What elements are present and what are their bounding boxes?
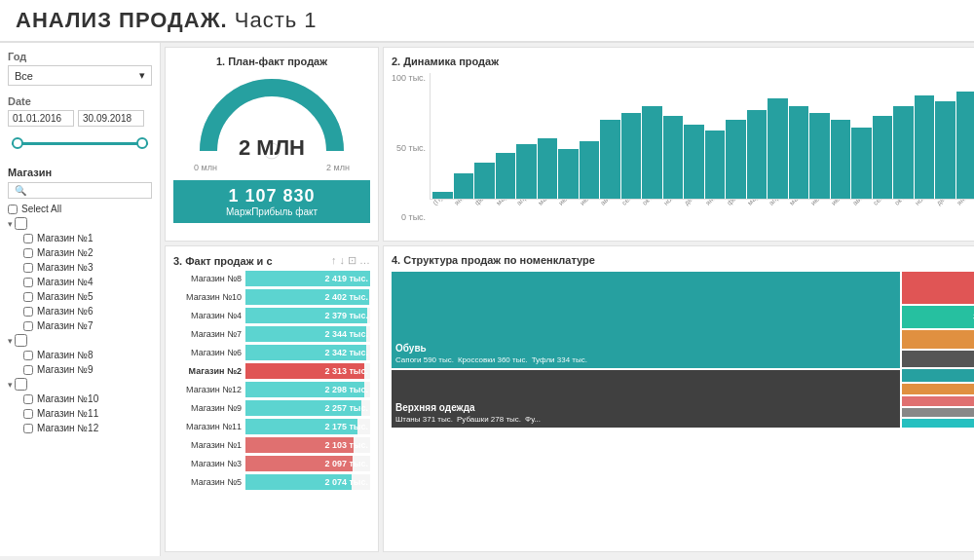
year-select[interactable]: Все ▾ [8, 65, 152, 86]
bar [621, 113, 642, 199]
y-label-50: 50 тыс. [396, 143, 426, 153]
table-row: Магазин №42 379 тыс. [173, 308, 370, 323]
table-row-value: 2 175 тыс. [324, 422, 368, 431]
shop-group-header[interactable]: ▾ [8, 378, 152, 391]
shop-checkbox[interactable] [23, 351, 33, 360]
group-checkbox[interactable] [15, 334, 27, 347]
shop-filter: Магазин Select All ▾Магазин №1Магазин №2… [8, 167, 152, 434]
bar [580, 141, 600, 199]
fact-table-icons: ↑ ↓ ⊡ … [331, 254, 370, 267]
list-item[interactable]: Магазин №7 [8, 319, 152, 332]
sidebar: Год Все ▾ Date Магазин [0, 43, 161, 556]
treemap-col-1: Обувь Сапоги 590 тыс. Кроссовки 360 тыс.… [392, 272, 900, 428]
list-item[interactable]: Магазин №12 [8, 422, 152, 434]
table-row-value: 2 344 тыс. [324, 329, 368, 339]
shop-checkbox[interactable] [23, 263, 33, 273]
table-row: Магазин №22 313 тыс. [173, 363, 370, 379]
list-item[interactable]: Магазин №6 [8, 305, 152, 317]
shop-label: Магазин №2 [37, 247, 94, 258]
table-row: Магазин №32 097 тыс. [173, 456, 370, 471]
gauge-value: 2 МЛН [239, 135, 305, 161]
treemap-golov: Голов... [902, 351, 975, 366]
table-row-label: Магазин №11 [173, 422, 242, 431]
slider-fill [12, 142, 148, 145]
select-all-label: Select All [21, 204, 61, 214]
list-item[interactable]: Магазин №5 [8, 290, 152, 303]
list-item[interactable]: Магазин №1 [8, 232, 152, 244]
shop-checkbox[interactable] [23, 321, 33, 331]
shop-checkbox[interactable] [23, 307, 33, 317]
list-item[interactable]: Магазин №11 [8, 407, 152, 420]
bar [915, 95, 935, 199]
list-item[interactable]: Магазин №10 [8, 392, 152, 405]
bar [684, 125, 704, 199]
treemap-verhnyaya: Верхняя одежда Штаны 371 тыс. Рубашки 27… [392, 370, 900, 428]
shop-label: Магазин №10 [37, 393, 98, 404]
shop-label: Магазин №5 [37, 291, 94, 302]
shop-search-input[interactable] [8, 182, 152, 199]
bar [831, 120, 851, 199]
shop-checkbox[interactable] [23, 292, 33, 302]
more-icon[interactable]: … [359, 254, 370, 267]
bar [809, 113, 830, 199]
shop-group-header[interactable]: ▾ [8, 217, 152, 230]
table-row-value: 2 313 тыс. [324, 366, 368, 376]
bar [789, 106, 809, 199]
shop-checkbox[interactable] [23, 424, 33, 433]
shop-checkbox[interactable] [23, 409, 33, 419]
date-from-input[interactable] [8, 110, 74, 127]
bar [454, 173, 474, 199]
slider-thumb-right[interactable] [136, 137, 148, 149]
shop-checkbox[interactable] [23, 248, 33, 258]
bar [726, 120, 746, 199]
shop-checkbox[interactable] [23, 394, 33, 404]
shop-label: Магазин №7 [37, 320, 94, 331]
table-row-value: 2 074 тыс. [324, 477, 368, 487]
slider-thumb-left[interactable] [12, 137, 23, 149]
table-row-value: 2 257 тыс. [324, 403, 368, 413]
bar [768, 98, 788, 199]
select-all-item[interactable]: Select All [8, 203, 152, 215]
list-item[interactable]: Магазин №9 [8, 363, 152, 376]
table-bar-container: 2 074 тыс. [245, 474, 370, 490]
shop-checkbox[interactable] [23, 365, 33, 375]
table-row-label: Магазин №6 [173, 348, 242, 357]
gauge-max-label: 2 млн [326, 163, 350, 172]
fact-table-rows: Магазин №82 419 тыс.Магазин №102 402 тыс… [173, 271, 370, 490]
group-checkbox[interactable] [15, 378, 27, 391]
shop-group-header[interactable]: ▾ [8, 334, 152, 347]
table-row: Магазин №52 074 тыс. [173, 474, 370, 490]
treemap-mayki: Майки [902, 419, 975, 428]
table-row-value: 2 379 тыс. [324, 311, 368, 320]
sort-asc-icon[interactable]: ↑ [331, 254, 337, 267]
table-row-value: 2 103 тыс. [324, 440, 368, 450]
shop-label: Магазин №6 [37, 306, 94, 317]
group-checkbox[interactable] [15, 217, 27, 230]
treemap-remen: Ремён... [902, 330, 975, 350]
gauge-summary-label: МаржПрибыль факт [179, 206, 364, 217]
date-label: Date [8, 95, 152, 107]
filter-icon[interactable]: ⊡ [348, 254, 356, 267]
bars-wrapper: (Пусто)янв'16фев'16мар'16апр'16май'16июн… [430, 73, 974, 224]
treemap-obuv-sublabels: Сапоги 590 тыс. Кроссовки 360 тыс. Туфли… [395, 355, 896, 364]
select-all-checkbox[interactable] [8, 205, 18, 214]
list-item[interactable]: Магазин №4 [8, 276, 152, 288]
treemap-akses: Аксес... [902, 272, 975, 304]
date-slider[interactable] [8, 131, 152, 157]
gauge-title: 1. План-факт продаж [216, 56, 327, 67]
shop-checkbox[interactable] [23, 278, 33, 287]
fact-table-title: 3. Факт продаж и с [173, 255, 273, 267]
sort-desc-icon[interactable]: ↓ [340, 254, 346, 267]
list-item[interactable]: Магазин №2 [8, 246, 152, 259]
shop-checkbox[interactable] [23, 234, 33, 243]
table-row-label: Магазин №8 [173, 274, 242, 283]
group-arrow-icon: ▾ [8, 219, 13, 229]
date-to-input[interactable] [78, 110, 144, 127]
treemap-nizh: Нижн... [902, 396, 975, 406]
list-item[interactable]: Магазин №8 [8, 349, 152, 361]
table-bar-container: 2 419 тыс. [245, 271, 370, 286]
fact-table-header: 3. Факт продаж и с ↑ ↓ ⊡ … [173, 254, 370, 267]
structure-title: 4. Структура продаж по номенклатуре [392, 254, 974, 266]
date-range [8, 110, 152, 127]
list-item[interactable]: Магазин №3 [8, 261, 152, 274]
